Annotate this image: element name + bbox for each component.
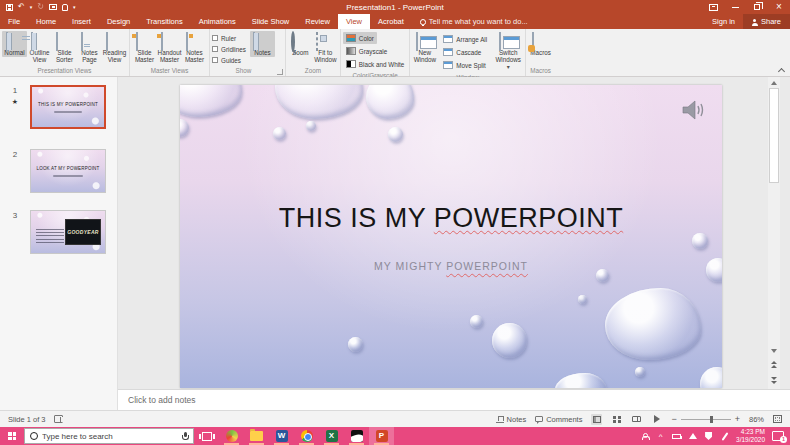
taskbar-word[interactable]: W: [269, 427, 294, 445]
comments-status-button[interactable]: Comments: [535, 415, 582, 424]
guides-checkbox-row[interactable]: Guides: [212, 55, 246, 65]
restore-button[interactable]: [746, 0, 768, 14]
previous-slide-button[interactable]: [768, 359, 780, 370]
touch-mode-icon[interactable]: [62, 4, 68, 11]
notes-pane[interactable]: Click to add notes: [118, 389, 790, 410]
guides-checkbox[interactable]: [212, 57, 218, 63]
audio-speaker-icon[interactable]: [680, 97, 708, 123]
tab-insert[interactable]: Insert: [64, 14, 99, 29]
slide-thumbnail-3[interactable]: GOODYEAR: [30, 210, 106, 254]
outline-view-button[interactable]: Outline View: [27, 31, 52, 64]
action-center-icon[interactable]: 1: [772, 431, 784, 441]
vertical-scrollbar[interactable]: [768, 77, 780, 389]
tab-transitions[interactable]: Transitions: [138, 14, 190, 29]
redo-icon[interactable]: ↻: [37, 2, 44, 12]
notes-page-button[interactable]: Notes Page: [77, 31, 102, 64]
scroll-up-button[interactable]: [768, 77, 780, 88]
people-tray-icon[interactable]: [640, 432, 649, 441]
slide-title[interactable]: THIS IS MY POWERPOINT: [180, 203, 722, 234]
tab-file[interactable]: File: [0, 14, 28, 29]
ruler-checkbox[interactable]: [212, 35, 218, 41]
handout-master-button[interactable]: Handout Master: [157, 31, 182, 64]
pen-icon[interactable]: [720, 432, 729, 441]
title-bar: ↶ ▾ ↻ ▾ Presentation1 - PowerPoint ×: [0, 0, 790, 14]
tab-animations[interactable]: Animations: [191, 14, 244, 29]
slide-thumbnail-2[interactable]: LOOK AT MY POWERPOINT: [30, 149, 106, 193]
tab-slide-show[interactable]: Slide Show: [244, 14, 298, 29]
new-window-button[interactable]: New Window: [412, 31, 437, 64]
customize-qat-icon[interactable]: ▾: [73, 2, 76, 12]
tab-review[interactable]: Review: [297, 14, 338, 29]
slide-show-status-button[interactable]: [651, 414, 662, 425]
start-from-beginning-icon[interactable]: [49, 4, 57, 10]
close-button[interactable]: ×: [768, 0, 790, 14]
battery-icon[interactable]: [672, 432, 681, 441]
microphone-icon[interactable]: [182, 432, 188, 441]
slide-master-button[interactable]: Slide Master: [132, 31, 157, 64]
normal-view-status-button[interactable]: [591, 414, 602, 425]
taskbar-file-explorer[interactable]: [244, 427, 269, 445]
switch-windows-button[interactable]: Switch Windows ▾: [493, 31, 523, 72]
cascade-button[interactable]: Cascade: [440, 46, 490, 58]
taskbar-search-box[interactable]: [24, 428, 194, 444]
tab-design[interactable]: Design: [99, 14, 138, 29]
grayscale-button[interactable]: Grayscale: [343, 45, 390, 57]
search-input[interactable]: [42, 432, 178, 441]
reading-view-button[interactable]: Reading View: [102, 31, 127, 64]
zoom-button[interactable]: Zoom: [288, 31, 313, 57]
slide-sorter-status-button[interactable]: [611, 414, 622, 425]
sign-in-link[interactable]: Sign in: [704, 14, 743, 29]
scroll-down-button[interactable]: [768, 345, 780, 356]
taskbar-app-colorful[interactable]: [219, 427, 244, 445]
share-button[interactable]: Share: [743, 14, 790, 29]
color-button[interactable]: Color: [343, 32, 377, 44]
slide-subtitle[interactable]: MY MIGHTY POWERPOINT: [180, 260, 722, 272]
taskbar-browser[interactable]: [294, 427, 319, 445]
accessibility-icon[interactable]: [54, 415, 63, 423]
taskbar-app-dark[interactable]: [344, 427, 369, 445]
fit-slide-to-window-icon[interactable]: [773, 415, 782, 423]
fit-to-window-button[interactable]: Fit to Window: [313, 31, 338, 64]
tab-acrobat[interactable]: Acrobat: [370, 14, 412, 29]
slide-thumbnail-1[interactable]: THIS IS MY POWERPOINT: [30, 85, 106, 129]
ribbon-display-options-button[interactable]: [702, 0, 724, 14]
task-view-button[interactable]: [194, 427, 219, 445]
zoom-slider-handle[interactable]: [710, 416, 713, 423]
zoom-percentage[interactable]: 86%: [749, 415, 764, 424]
tab-home[interactable]: Home: [28, 14, 64, 29]
macros-button[interactable]: Macros: [528, 31, 553, 57]
black-and-white-button[interactable]: Black and White: [343, 58, 408, 70]
notes-master-button[interactable]: Notes Master: [182, 31, 207, 64]
slide-sorter-button[interactable]: Slide Sorter: [52, 31, 77, 64]
zoom-in-button[interactable]: +: [735, 415, 740, 423]
network-icon[interactable]: [688, 432, 697, 441]
normal-view-button[interactable]: Normal: [2, 31, 27, 57]
taskbar-excel[interactable]: X: [319, 427, 344, 445]
taskbar-clock[interactable]: 4:23 PM 3/19/2020: [736, 428, 765, 444]
zoom-out-button[interactable]: −: [671, 415, 676, 423]
arrange-all-button[interactable]: Arrange All: [440, 33, 490, 45]
gridlines-checkbox[interactable]: [212, 46, 218, 52]
minimize-button[interactable]: [724, 0, 746, 14]
scrollbar-thumb[interactable]: [769, 88, 779, 183]
notes-status-button[interactable]: Notes: [496, 415, 527, 424]
start-button[interactable]: [0, 427, 24, 445]
move-split-button[interactable]: Move Split: [440, 59, 490, 71]
gridlines-checkbox-row[interactable]: Gridlines: [212, 44, 246, 54]
ruler-checkbox-row[interactable]: Ruler: [212, 33, 246, 43]
tell-me-box[interactable]: Tell me what you want to do...: [412, 14, 536, 29]
collapse-ribbon-icon[interactable]: [778, 68, 785, 73]
taskbar-powerpoint[interactable]: P: [369, 427, 394, 445]
show-dialog-launcher-icon[interactable]: [277, 69, 283, 75]
save-icon[interactable]: [6, 4, 13, 11]
tab-view[interactable]: View: [338, 14, 370, 29]
undo-icon[interactable]: ↶: [18, 2, 25, 12]
undo-caret-icon[interactable]: ▾: [30, 2, 33, 12]
reading-view-status-button[interactable]: [631, 414, 642, 425]
next-slide-button[interactable]: [768, 375, 780, 386]
security-shield-icon[interactable]: [704, 432, 713, 441]
slide-canvas[interactable]: THIS IS MY POWERPOINT MY MIGHTY POWERPOI…: [180, 85, 722, 388]
zoom-slider-track[interactable]: [681, 419, 731, 420]
show-hidden-icons-chevron[interactable]: ^: [656, 432, 665, 441]
notes-toggle-button[interactable]: Notes: [250, 31, 275, 57]
